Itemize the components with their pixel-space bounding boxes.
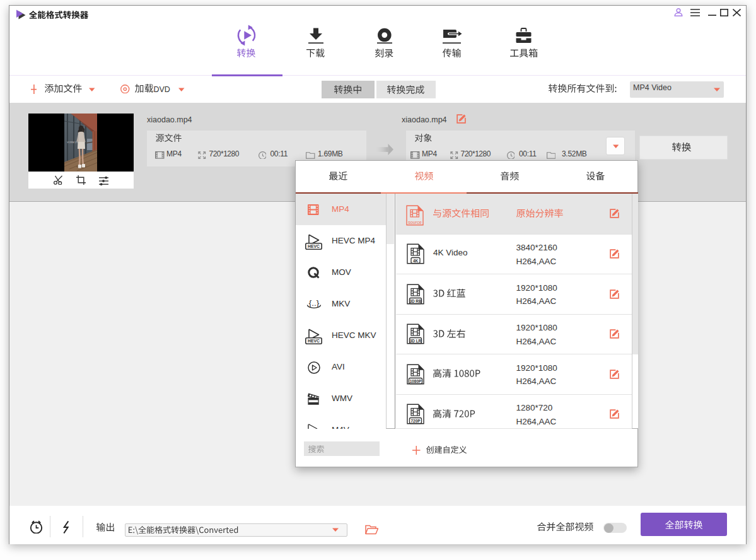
svg-text:4K: 4K — [412, 259, 418, 263]
svg-text:{..}: {..} — [309, 298, 320, 308]
svg-text:VCRM 2%: VCRM 2% — [67, 141, 79, 144]
svg-text:1080P: 1080P — [409, 378, 421, 383]
svg-text:3D LR: 3D LR — [409, 339, 421, 343]
svg-text:source: source — [408, 219, 422, 225]
svg-text:3D RB: 3D RB — [409, 298, 422, 303]
svg-text:720P: 720P — [410, 419, 421, 423]
svg-text:HEVC: HEVC — [308, 339, 320, 343]
svg-text:HEVC: HEVC — [308, 244, 320, 248]
